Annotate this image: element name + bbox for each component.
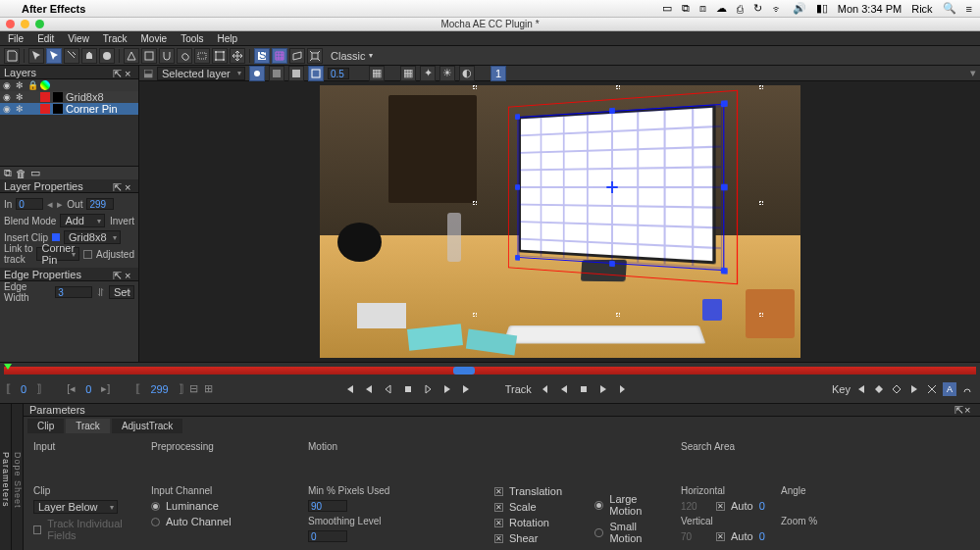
- alpha-icon[interactable]: [288, 66, 304, 81]
- color-col-icon[interactable]: [40, 80, 50, 90]
- show-planar-button[interactable]: [289, 48, 305, 64]
- timeline-scrubber[interactable]: [4, 367, 976, 375]
- edge-handle[interactable]: [720, 184, 727, 191]
- xspline-tool[interactable]: [124, 48, 139, 64]
- group-layer-icon[interactable]: ▭: [30, 167, 40, 179]
- window-titlebar[interactable]: Mocha AE CC Plugin *: [0, 18, 980, 31]
- menu-track[interactable]: Track: [99, 33, 131, 44]
- dropbox-icon[interactable]: ⧈: [699, 2, 706, 15]
- surface-center-icon[interactable]: [606, 181, 617, 193]
- goto-start-icon[interactable]: [◂: [67, 382, 76, 395]
- track-individual-check[interactable]: Track Individual Fields: [33, 518, 141, 541]
- edge-handle[interactable]: [515, 184, 520, 190]
- shear-check[interactable]: Shear: [494, 532, 565, 544]
- range-icon[interactable]: ⟧: [179, 382, 183, 395]
- autochannel-radio[interactable]: Auto Channel: [151, 516, 298, 527]
- clip-dropdown[interactable]: Layer Below: [33, 500, 118, 514]
- layer-selector-dropdown[interactable]: Selected layer: [157, 67, 245, 80]
- blend-dropdown[interactable]: Add: [60, 214, 105, 227]
- small-motion-radio[interactable]: Small Motion: [594, 521, 671, 544]
- track-stop-button[interactable]: [577, 382, 591, 396]
- insert-point-tool[interactable]: [64, 48, 79, 64]
- edgewidth-field[interactable]: 3: [55, 286, 92, 298]
- tab-clip[interactable]: Clip: [27, 419, 64, 433]
- show-layer-icon[interactable]: [249, 66, 265, 81]
- vauto-check[interactable]: Auto: [716, 530, 753, 542]
- step-fwd-button[interactable]: [440, 382, 454, 396]
- workspace-dropdown[interactable]: Classic▾: [325, 50, 379, 62]
- layerprops-panel-header[interactable]: Layer Properties ⇱×: [0, 179, 138, 193]
- current-frame[interactable]: 0: [81, 383, 95, 395]
- attach-tool[interactable]: [177, 48, 192, 64]
- view1-icon[interactable]: 1: [490, 66, 506, 81]
- goto-first-button[interactable]: [342, 382, 356, 396]
- link-dropdown[interactable]: Corner Pin: [36, 247, 79, 261]
- track-circle-tool[interactable]: [99, 48, 115, 64]
- large-motion-radio[interactable]: Large Motion: [594, 493, 671, 517]
- layer-color-swatch[interactable]: [40, 92, 50, 102]
- panel-undock-icon[interactable]: ⇱: [113, 270, 123, 279]
- overlay-icon[interactable]: [308, 66, 324, 81]
- select-tool[interactable]: [46, 48, 62, 64]
- tab-track[interactable]: Track: [66, 419, 110, 433]
- track-back-button[interactable]: [557, 382, 571, 396]
- in-field[interactable]: 0: [16, 198, 43, 210]
- lock-col-icon[interactable]: 🔒: [27, 80, 37, 90]
- menubar-clock[interactable]: Mon 3:34 PM: [838, 3, 902, 15]
- pan-tool[interactable]: [81, 48, 97, 64]
- show-grid-button[interactable]: [272, 48, 287, 64]
- visibility-toggle[interactable]: ◉: [2, 104, 12, 114]
- range-end-icon[interactable]: ⟧: [36, 382, 41, 395]
- translation-check[interactable]: Translation: [494, 485, 565, 497]
- visibility-col-icon[interactable]: ◉: [2, 80, 12, 90]
- track-fwd-button[interactable]: [596, 382, 610, 396]
- brightness-icon[interactable]: ☀: [439, 66, 455, 81]
- battery-icon[interactable]: ▮▯: [816, 2, 828, 15]
- panel-close-icon[interactable]: ×: [125, 181, 134, 191]
- spotlight-icon[interactable]: 🔍: [943, 2, 956, 15]
- in-frame[interactable]: 0: [17, 383, 30, 395]
- layer-name[interactable]: Corner Pin: [66, 103, 118, 115]
- corner-handle[interactable]: [515, 114, 520, 120]
- show-surface-button[interactable]: S: [254, 48, 270, 64]
- rgb-icon[interactable]: [269, 66, 284, 81]
- planar-tracker-overlay[interactable]: [517, 104, 724, 271]
- horiz-field[interactable]: 120: [681, 501, 710, 512]
- track-fwd-one-button[interactable]: [616, 382, 630, 396]
- prev-kf-icon[interactable]: ◂: [47, 198, 53, 211]
- visibility-toggle[interactable]: ◉: [2, 92, 12, 102]
- pointer-tool[interactable]: [28, 48, 44, 64]
- zoom-handle[interactable]: [453, 367, 475, 375]
- magnetic-tool[interactable]: [159, 48, 175, 64]
- menu-movie[interactable]: Movie: [137, 33, 172, 44]
- edgewidth-set-dropdown[interactable]: Set: [109, 285, 134, 299]
- stabilize-icon[interactable]: ▦: [400, 66, 416, 81]
- next-key-button[interactable]: [907, 382, 921, 396]
- sync-icon[interactable]: ↻: [753, 2, 762, 15]
- window-close-button[interactable]: [6, 20, 15, 28]
- panel-undock-icon[interactable]: ⇱: [954, 404, 964, 414]
- panel-undock-icon[interactable]: ⇱: [113, 181, 123, 191]
- opacity-field[interactable]: 0.5: [328, 68, 349, 79]
- out-frame[interactable]: 299: [146, 383, 172, 395]
- play-button[interactable]: [421, 382, 435, 396]
- edgewidth-stepper[interactable]: ⥯: [96, 286, 105, 299]
- delete-layer-icon[interactable]: 🗑: [16, 168, 26, 179]
- panel-close-icon[interactable]: ×: [125, 270, 134, 279]
- layer-name[interactable]: Grid8x8: [66, 91, 104, 103]
- expand-surface-button[interactable]: [307, 48, 323, 64]
- prev-key-button[interactable]: [854, 382, 868, 396]
- goto-last-button[interactable]: [460, 382, 474, 396]
- screens-icon[interactable]: ⧉: [682, 2, 690, 15]
- cloud-icon[interactable]: ☁: [716, 2, 727, 15]
- angle-field[interactable]: 0: [759, 500, 765, 512]
- process-toggle[interactable]: ✻: [15, 104, 25, 114]
- menu-view[interactable]: View: [64, 33, 93, 44]
- duplicate-layer-icon[interactable]: ⧉: [4, 167, 12, 179]
- play-back-button[interactable]: [382, 382, 395, 396]
- edgeprops-panel-header[interactable]: Edge Properties ⇱×: [0, 268, 138, 281]
- window-zoom-button[interactable]: [35, 20, 44, 28]
- panel-undock-icon[interactable]: ⇱: [113, 68, 123, 77]
- corner-handle[interactable]: [720, 100, 727, 107]
- move-tool[interactable]: [230, 48, 245, 64]
